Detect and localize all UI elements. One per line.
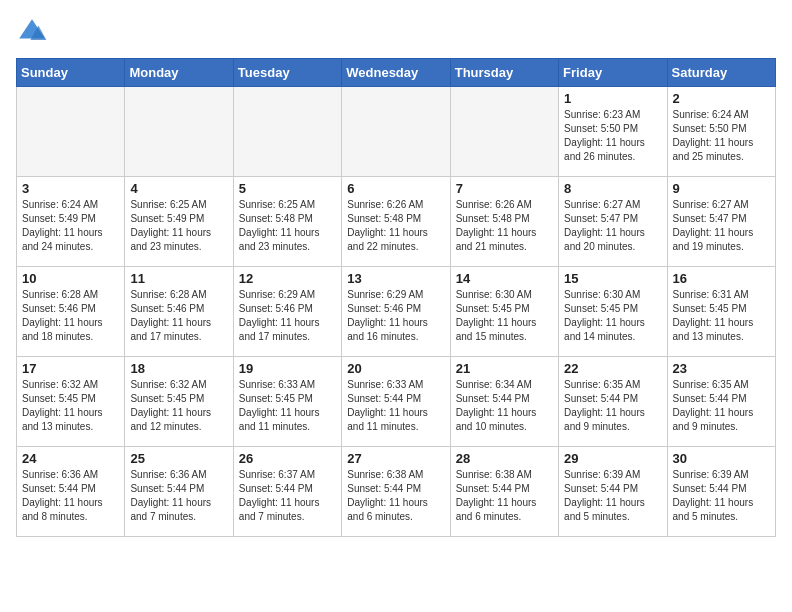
calendar-week-row: 17Sunrise: 6:32 AMSunset: 5:45 PMDayligh… (17, 357, 776, 447)
day-info: Sunrise: 6:30 AMSunset: 5:45 PMDaylight:… (456, 288, 553, 344)
day-number: 23 (673, 361, 770, 376)
calendar-day-cell: 11Sunrise: 6:28 AMSunset: 5:46 PMDayligh… (125, 267, 233, 357)
day-info: Sunrise: 6:31 AMSunset: 5:45 PMDaylight:… (673, 288, 770, 344)
day-number: 10 (22, 271, 119, 286)
day-info: Sunrise: 6:33 AMSunset: 5:45 PMDaylight:… (239, 378, 336, 434)
calendar-day-header: Sunday (17, 59, 125, 87)
calendar-header-row: SundayMondayTuesdayWednesdayThursdayFrid… (17, 59, 776, 87)
calendar-day-cell: 17Sunrise: 6:32 AMSunset: 5:45 PMDayligh… (17, 357, 125, 447)
calendar-day-header: Tuesday (233, 59, 341, 87)
day-number: 8 (564, 181, 661, 196)
day-number: 13 (347, 271, 444, 286)
day-number: 5 (239, 181, 336, 196)
day-info: Sunrise: 6:23 AMSunset: 5:50 PMDaylight:… (564, 108, 661, 164)
day-number: 27 (347, 451, 444, 466)
calendar-day-cell: 3Sunrise: 6:24 AMSunset: 5:49 PMDaylight… (17, 177, 125, 267)
day-number: 15 (564, 271, 661, 286)
calendar-day-cell: 15Sunrise: 6:30 AMSunset: 5:45 PMDayligh… (559, 267, 667, 357)
day-number: 26 (239, 451, 336, 466)
day-number: 11 (130, 271, 227, 286)
calendar-day-cell (342, 87, 450, 177)
calendar-day-cell: 8Sunrise: 6:27 AMSunset: 5:47 PMDaylight… (559, 177, 667, 267)
day-number: 12 (239, 271, 336, 286)
day-number: 1 (564, 91, 661, 106)
day-info: Sunrise: 6:32 AMSunset: 5:45 PMDaylight:… (22, 378, 119, 434)
calendar-day-cell: 21Sunrise: 6:34 AMSunset: 5:44 PMDayligh… (450, 357, 558, 447)
calendar-day-cell: 20Sunrise: 6:33 AMSunset: 5:44 PMDayligh… (342, 357, 450, 447)
day-info: Sunrise: 6:33 AMSunset: 5:44 PMDaylight:… (347, 378, 444, 434)
day-number: 20 (347, 361, 444, 376)
page-header (16, 16, 776, 48)
calendar-day-cell: 27Sunrise: 6:38 AMSunset: 5:44 PMDayligh… (342, 447, 450, 537)
day-info: Sunrise: 6:39 AMSunset: 5:44 PMDaylight:… (564, 468, 661, 524)
calendar-day-header: Thursday (450, 59, 558, 87)
day-info: Sunrise: 6:27 AMSunset: 5:47 PMDaylight:… (673, 198, 770, 254)
day-info: Sunrise: 6:24 AMSunset: 5:49 PMDaylight:… (22, 198, 119, 254)
calendar-day-cell: 1Sunrise: 6:23 AMSunset: 5:50 PMDaylight… (559, 87, 667, 177)
calendar-day-cell: 26Sunrise: 6:37 AMSunset: 5:44 PMDayligh… (233, 447, 341, 537)
day-number: 22 (564, 361, 661, 376)
day-info: Sunrise: 6:24 AMSunset: 5:50 PMDaylight:… (673, 108, 770, 164)
day-number: 2 (673, 91, 770, 106)
calendar-day-header: Saturday (667, 59, 775, 87)
day-info: Sunrise: 6:29 AMSunset: 5:46 PMDaylight:… (239, 288, 336, 344)
calendar-day-cell (17, 87, 125, 177)
calendar-day-cell: 22Sunrise: 6:35 AMSunset: 5:44 PMDayligh… (559, 357, 667, 447)
day-info: Sunrise: 6:29 AMSunset: 5:46 PMDaylight:… (347, 288, 444, 344)
calendar-day-cell: 13Sunrise: 6:29 AMSunset: 5:46 PMDayligh… (342, 267, 450, 357)
day-info: Sunrise: 6:32 AMSunset: 5:45 PMDaylight:… (130, 378, 227, 434)
day-info: Sunrise: 6:30 AMSunset: 5:45 PMDaylight:… (564, 288, 661, 344)
calendar-day-cell: 2Sunrise: 6:24 AMSunset: 5:50 PMDaylight… (667, 87, 775, 177)
day-info: Sunrise: 6:28 AMSunset: 5:46 PMDaylight:… (130, 288, 227, 344)
calendar-day-cell: 14Sunrise: 6:30 AMSunset: 5:45 PMDayligh… (450, 267, 558, 357)
day-number: 19 (239, 361, 336, 376)
calendar-day-cell: 12Sunrise: 6:29 AMSunset: 5:46 PMDayligh… (233, 267, 341, 357)
day-info: Sunrise: 6:25 AMSunset: 5:49 PMDaylight:… (130, 198, 227, 254)
day-number: 7 (456, 181, 553, 196)
day-info: Sunrise: 6:34 AMSunset: 5:44 PMDaylight:… (456, 378, 553, 434)
calendar-day-cell: 19Sunrise: 6:33 AMSunset: 5:45 PMDayligh… (233, 357, 341, 447)
calendar-day-cell (450, 87, 558, 177)
day-number: 30 (673, 451, 770, 466)
calendar-day-cell: 9Sunrise: 6:27 AMSunset: 5:47 PMDaylight… (667, 177, 775, 267)
day-number: 17 (22, 361, 119, 376)
day-number: 28 (456, 451, 553, 466)
calendar-day-cell: 7Sunrise: 6:26 AMSunset: 5:48 PMDaylight… (450, 177, 558, 267)
day-info: Sunrise: 6:38 AMSunset: 5:44 PMDaylight:… (347, 468, 444, 524)
calendar-day-cell: 24Sunrise: 6:36 AMSunset: 5:44 PMDayligh… (17, 447, 125, 537)
day-info: Sunrise: 6:39 AMSunset: 5:44 PMDaylight:… (673, 468, 770, 524)
calendar-day-cell: 6Sunrise: 6:26 AMSunset: 5:48 PMDaylight… (342, 177, 450, 267)
day-number: 4 (130, 181, 227, 196)
calendar-week-row: 10Sunrise: 6:28 AMSunset: 5:46 PMDayligh… (17, 267, 776, 357)
day-info: Sunrise: 6:28 AMSunset: 5:46 PMDaylight:… (22, 288, 119, 344)
day-info: Sunrise: 6:37 AMSunset: 5:44 PMDaylight:… (239, 468, 336, 524)
day-number: 9 (673, 181, 770, 196)
calendar-week-row: 24Sunrise: 6:36 AMSunset: 5:44 PMDayligh… (17, 447, 776, 537)
calendar: SundayMondayTuesdayWednesdayThursdayFrid… (16, 58, 776, 537)
day-number: 16 (673, 271, 770, 286)
day-info: Sunrise: 6:35 AMSunset: 5:44 PMDaylight:… (673, 378, 770, 434)
day-number: 25 (130, 451, 227, 466)
calendar-day-cell: 16Sunrise: 6:31 AMSunset: 5:45 PMDayligh… (667, 267, 775, 357)
calendar-day-cell (233, 87, 341, 177)
day-number: 18 (130, 361, 227, 376)
day-number: 21 (456, 361, 553, 376)
calendar-week-row: 3Sunrise: 6:24 AMSunset: 5:49 PMDaylight… (17, 177, 776, 267)
logo-icon (16, 16, 48, 48)
day-info: Sunrise: 6:38 AMSunset: 5:44 PMDaylight:… (456, 468, 553, 524)
day-number: 3 (22, 181, 119, 196)
day-number: 29 (564, 451, 661, 466)
calendar-day-cell: 18Sunrise: 6:32 AMSunset: 5:45 PMDayligh… (125, 357, 233, 447)
day-number: 24 (22, 451, 119, 466)
calendar-day-cell: 4Sunrise: 6:25 AMSunset: 5:49 PMDaylight… (125, 177, 233, 267)
day-info: Sunrise: 6:26 AMSunset: 5:48 PMDaylight:… (456, 198, 553, 254)
calendar-day-cell: 5Sunrise: 6:25 AMSunset: 5:48 PMDaylight… (233, 177, 341, 267)
day-info: Sunrise: 6:35 AMSunset: 5:44 PMDaylight:… (564, 378, 661, 434)
day-number: 14 (456, 271, 553, 286)
calendar-day-header: Monday (125, 59, 233, 87)
logo (16, 16, 54, 48)
day-info: Sunrise: 6:26 AMSunset: 5:48 PMDaylight:… (347, 198, 444, 254)
calendar-day-cell: 30Sunrise: 6:39 AMSunset: 5:44 PMDayligh… (667, 447, 775, 537)
day-info: Sunrise: 6:36 AMSunset: 5:44 PMDaylight:… (130, 468, 227, 524)
day-number: 6 (347, 181, 444, 196)
